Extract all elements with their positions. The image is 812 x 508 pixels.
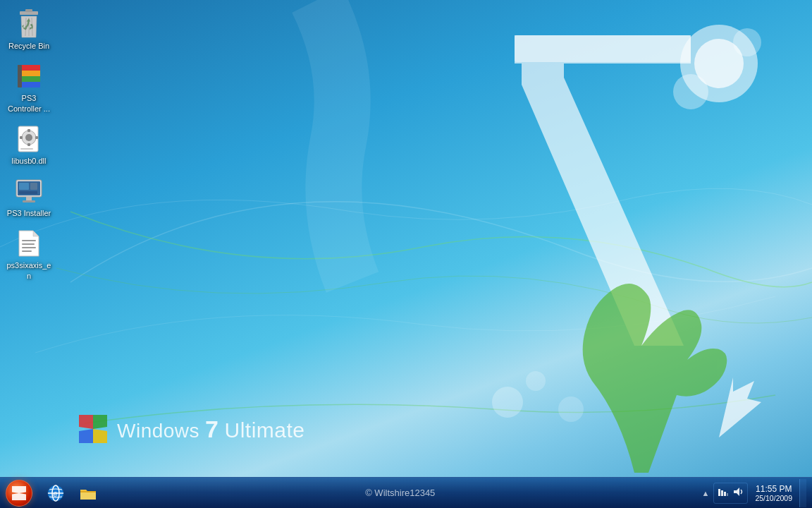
svg-rect-32 <box>26 197 32 200</box>
system-tray: ▲ <box>695 478 812 508</box>
windows7-watermark: Windows 7 Ultimate <box>78 413 305 445</box>
volume-icon <box>732 486 744 497</box>
start-button[interactable] <box>0 478 38 509</box>
windows-label: Windows <box>117 420 199 442</box>
explorer-icon <box>79 484 97 502</box>
system-clock[interactable]: 11:55 PM 25/10/2009 <box>751 483 796 504</box>
svg-rect-36 <box>22 247 36 248</box>
desktop-icons-container: Recycle Bin PS3 Controller ... <box>0 0 58 296</box>
network-icon <box>718 486 729 497</box>
svg-rect-33 <box>23 200 35 202</box>
recycle-bin-label: Recycle Bin <box>8 41 49 51</box>
watermark-text: Windows 7 Ultimate <box>117 416 305 443</box>
network-tray-icon[interactable] <box>717 486 730 500</box>
clock-time: 11:55 PM <box>756 484 792 494</box>
taskbar: e © Wiltshire12345 ▲ <box>0 477 812 508</box>
svg-point-6 <box>526 371 546 391</box>
svg-rect-22 <box>27 129 30 132</box>
version-label: 7 <box>205 416 219 443</box>
ps3-installer-icon[interactable]: PS3 Installer <box>4 174 54 221</box>
svg-point-3 <box>673 74 708 109</box>
windows-flag-icon <box>78 413 109 445</box>
edition-label: Ultimate <box>225 418 305 442</box>
libusb-icon[interactable]: libusb0.dll <box>4 122 54 169</box>
copyright-text: © Wiltshire12345 <box>365 488 435 498</box>
ps3sixaxis-label: ps3sixaxis_en <box>6 260 51 281</box>
svg-rect-29 <box>19 183 29 190</box>
svg-rect-37 <box>22 250 32 252</box>
svg-rect-44 <box>721 490 723 496</box>
libusb-label: libusb0.dll <box>12 156 47 166</box>
svg-rect-18 <box>18 65 22 87</box>
svg-rect-45 <box>724 492 726 496</box>
svg-rect-0 <box>515 35 691 62</box>
clock-date: 25/10/2009 <box>755 494 792 502</box>
start-flag-icon <box>11 485 27 501</box>
libusb-image <box>15 125 43 153</box>
svg-rect-23 <box>27 143 30 146</box>
tray-icons-area <box>713 483 748 504</box>
svg-rect-43 <box>718 489 720 496</box>
show-desktop-button[interactable] <box>799 479 806 507</box>
recycle-bin-icon[interactable]: Recycle Bin <box>4 7 54 54</box>
svg-point-21 <box>25 134 32 141</box>
recycle-bin-image <box>15 10 43 38</box>
ps3-controller-image <box>15 62 43 90</box>
svg-rect-25 <box>35 136 38 139</box>
svg-point-7 <box>558 397 584 422</box>
svg-point-5 <box>492 387 523 418</box>
volume-tray-icon[interactable] <box>732 486 744 500</box>
svg-rect-35 <box>22 243 35 245</box>
svg-rect-30 <box>30 183 37 190</box>
tray-expand-button[interactable]: ▲ <box>701 488 711 499</box>
svg-rect-34 <box>22 240 36 241</box>
ps3sixaxis-icon[interactable]: ps3sixaxis_en <box>4 226 54 284</box>
svg-rect-42 <box>80 491 96 492</box>
svg-point-4 <box>733 28 761 56</box>
taskbar-copyright: © Wiltshire12345 <box>106 488 695 498</box>
ie-icon: e <box>47 484 65 502</box>
ps3-controller-icon[interactable]: PS3 Controller ... <box>4 59 54 116</box>
svg-rect-31 <box>19 191 37 194</box>
svg-text:e: e <box>53 489 58 499</box>
svg-rect-26 <box>20 148 33 150</box>
ps3-controller-label: PS3 Controller ... <box>6 93 51 114</box>
ps3sixaxis-image <box>15 229 43 258</box>
ie-taskbar-pin[interactable]: e <box>40 479 71 507</box>
taskbar-pinned-apps: e <box>38 478 106 508</box>
start-orb <box>6 480 32 507</box>
ps3-installer-image <box>15 177 43 205</box>
ps3-installer-label: PS3 Installer <box>7 208 51 218</box>
svg-rect-24 <box>20 136 23 139</box>
svg-rect-46 <box>727 493 728 496</box>
svg-rect-9 <box>25 9 32 12</box>
explorer-taskbar-pin[interactable] <box>73 479 104 507</box>
desktop: Recycle Bin PS3 Controller ... <box>0 0 812 508</box>
